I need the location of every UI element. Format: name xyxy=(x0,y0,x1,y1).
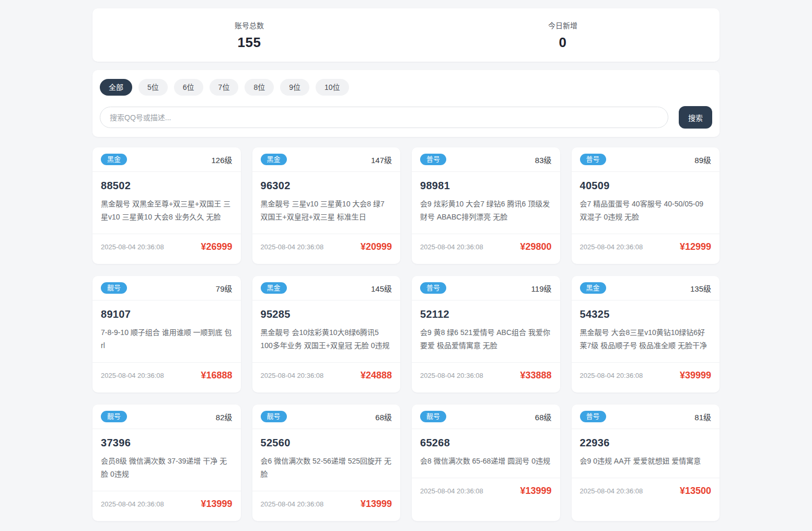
qq-number: 52560 xyxy=(261,437,392,449)
search-row: 搜索 xyxy=(100,106,712,129)
page-container: 账号总数 155 今日新增 0 全部5位6位7位8位9位10位 搜索 黑金 12… xyxy=(92,0,720,531)
account-card[interactable]: 靓号 68级 65268 会8 微信满次数 65-68递增 圆润号 0违规 20… xyxy=(412,405,560,521)
account-description: 会6 微信满次数 52-56递增 525回旋开 无脸 xyxy=(261,455,392,481)
listing-timestamp: 2025-08-04 20:36:08 xyxy=(101,372,164,379)
account-level: 81级 xyxy=(694,411,711,422)
card-footer: 2025-08-04 20:36:08 ¥20999 xyxy=(252,234,401,260)
account-card[interactable]: 黑金 126级 88502 黑金靓号 双黑金至尊+双三星+双国王 三星v10 三… xyxy=(92,147,241,264)
account-level: 89级 xyxy=(694,154,711,165)
listing-timestamp: 2025-08-04 20:36:08 xyxy=(261,372,324,379)
filter-panel: 全部5位6位7位8位9位10位 搜索 xyxy=(92,70,720,137)
stat-today-value: 0 xyxy=(406,34,720,51)
account-card[interactable]: 普号 83级 98981 会9 炫彩黄10 大会7 绿钻6 腾讯6 顶级发财号 … xyxy=(412,147,560,264)
card-header: 靓号 68级 xyxy=(412,405,560,429)
account-description: 黑金靓号 三星v10 三星黄10 大会8 绿7 双国王+双皇冠+双三星 标准生日 xyxy=(261,198,392,224)
card-body: 88502 黑金靓号 双黑金至尊+双三星+双国王 三星v10 三星黄10 大会8… xyxy=(92,172,241,234)
account-description: 黑金靓号 会10炫彩黄10大8绿6腾讯5 100多年业务 双国王+双皇冠 无脸 … xyxy=(261,326,392,352)
qq-number: 22936 xyxy=(580,437,712,449)
qq-number: 37396 xyxy=(101,437,233,449)
account-description: 会9 0违规 AA开 爱爱就想妞 爱情寓意 xyxy=(580,455,712,468)
filter-tab-3[interactable]: 7位 xyxy=(210,79,239,96)
account-price: ¥39999 xyxy=(680,370,711,381)
account-card[interactable]: 黑金 147级 96302 黑金靓号 三星v10 三星黄10 大会8 绿7 双国… xyxy=(252,147,401,264)
stat-today-label: 今日新增 xyxy=(406,20,720,30)
card-footer: 2025-08-04 20:36:08 ¥39999 xyxy=(572,362,720,388)
account-card[interactable]: 普号 81级 22936 会9 0违规 AA开 爱爱就想妞 爱情寓意 2025-… xyxy=(572,405,720,521)
account-description: 7-8-9-10 顺子组合 谁用谁顺 一顺到底 包rl xyxy=(101,326,233,352)
account-type-badge: 靓号 xyxy=(420,411,446,422)
account-type-badge: 黑金 xyxy=(261,154,287,165)
filter-tab-6[interactable]: 10位 xyxy=(316,79,349,96)
account-card[interactable]: 普号 89级 40509 会7 精品蛋蛋号 40客服号 40-50/05-09 … xyxy=(572,147,720,264)
card-footer: 2025-08-04 20:36:08 ¥13500 xyxy=(572,478,720,504)
card-header: 普号 81级 xyxy=(572,405,720,429)
filter-tab-4[interactable]: 8位 xyxy=(245,79,274,96)
account-description: 会7 精品蛋蛋号 40客服号 40-50/05-09 双混子 0违规 无脸 xyxy=(580,198,712,224)
card-footer: 2025-08-04 20:36:08 ¥26999 xyxy=(92,234,241,260)
account-level: 147级 xyxy=(371,154,392,165)
search-button[interactable]: 搜索 xyxy=(679,106,712,129)
stat-today-new: 今日新增 0 xyxy=(406,20,720,51)
card-header: 靓号 68级 xyxy=(252,405,401,429)
qq-number: 95285 xyxy=(261,308,392,320)
filter-tab-2[interactable]: 6位 xyxy=(174,79,203,96)
qq-number: 40509 xyxy=(580,180,712,192)
card-header: 普号 89级 xyxy=(572,147,720,172)
account-card[interactable]: 靓号 82级 37396 会员8级 微信满次数 37-39递增 干净 无脸 0违… xyxy=(92,405,241,521)
filter-tab-0[interactable]: 全部 xyxy=(100,79,132,96)
account-description: 黑金靓号 大会8三星v10黄钻10绿钻6好莱7级 极品顺子号 极品准全顺 无脸干… xyxy=(580,326,712,352)
card-body: 22936 会9 0违规 AA开 爱爱就想妞 爱情寓意 xyxy=(572,429,720,478)
card-body: 89107 7-8-9-10 顺子组合 谁用谁顺 一顺到底 包rl xyxy=(92,301,241,362)
card-header: 靓号 82级 xyxy=(92,405,241,429)
listing-timestamp: 2025-08-04 20:36:08 xyxy=(101,243,164,251)
card-header: 黑金 147级 xyxy=(252,147,401,172)
card-body: 96302 黑金靓号 三星v10 三星黄10 大会8 绿7 双国王+双皇冠+双三… xyxy=(252,172,401,234)
qq-number: 65268 xyxy=(420,437,552,449)
account-card[interactable]: 黑金 135级 54325 黑金靓号 大会8三星v10黄钻10绿钻6好莱7级 极… xyxy=(572,276,720,393)
account-type-badge: 黑金 xyxy=(580,282,606,294)
account-card[interactable]: 靓号 68级 52560 会6 微信满次数 52-56递增 525回旋开 无脸 … xyxy=(252,405,401,521)
card-body: 95285 黑金靓号 会10炫彩黄10大8绿6腾讯5 100多年业务 双国王+双… xyxy=(252,301,401,362)
qq-number: 96302 xyxy=(261,180,392,192)
card-footer: 2025-08-04 20:36:08 ¥29800 xyxy=(412,234,560,260)
filter-tab-1[interactable]: 5位 xyxy=(138,79,168,96)
listing-timestamp: 2025-08-04 20:36:08 xyxy=(101,500,164,508)
account-card[interactable]: 黑金 145级 95285 黑金靓号 会10炫彩黄10大8绿6腾讯5 100多年… xyxy=(252,276,401,393)
listing-timestamp: 2025-08-04 20:36:08 xyxy=(580,243,643,251)
card-header: 靓号 79级 xyxy=(92,276,241,301)
qq-number: 54325 xyxy=(580,308,712,320)
account-card[interactable]: 普号 119级 52112 会9 黄8 绿6 521爱情号 ABC组合 我爱你要… xyxy=(412,276,560,393)
account-price: ¥24888 xyxy=(361,370,392,381)
qq-number: 52112 xyxy=(420,308,552,320)
account-price: ¥13999 xyxy=(201,499,232,510)
account-level: 119级 xyxy=(531,283,552,294)
account-price: ¥13999 xyxy=(520,486,551,497)
account-type-badge: 黑金 xyxy=(101,154,127,165)
card-header: 普号 83级 xyxy=(412,147,560,172)
qq-number: 98981 xyxy=(420,180,552,192)
account-level: 68级 xyxy=(535,411,552,422)
account-card[interactable]: 靓号 79级 89107 7-8-9-10 顺子组合 谁用谁顺 一顺到底 包rl… xyxy=(92,276,241,393)
account-description: 会员8级 微信满次数 37-39递增 干净 无脸 0违规 xyxy=(101,455,233,481)
account-price: ¥29800 xyxy=(520,241,551,252)
account-description: 黑金靓号 双黑金至尊+双三星+双国王 三星v10 三星黄10 大会8 业务久久 … xyxy=(101,198,233,224)
account-type-badge: 黑金 xyxy=(261,282,287,294)
card-body: 52112 会9 黄8 绿6 521爱情号 ABC组合 我爱你要爱 极品爱情寓意… xyxy=(412,301,560,362)
account-type-badge: 普号 xyxy=(580,411,606,422)
card-body: 52560 会6 微信满次数 52-56递增 525回旋开 无脸 xyxy=(252,429,401,491)
account-description: 会8 微信满次数 65-68递增 圆润号 0违规 xyxy=(420,455,552,468)
listing-timestamp: 2025-08-04 20:36:08 xyxy=(580,372,643,379)
listing-timestamp: 2025-08-04 20:36:08 xyxy=(420,243,483,251)
search-input[interactable] xyxy=(100,107,668,128)
listing-timestamp: 2025-08-04 20:36:08 xyxy=(261,500,324,508)
card-footer: 2025-08-04 20:36:08 ¥12999 xyxy=(572,234,720,260)
card-body: 40509 会7 精品蛋蛋号 40客服号 40-50/05-09 双混子 0违规… xyxy=(572,172,720,234)
account-level: 126级 xyxy=(211,154,232,165)
stats-panel: 账号总数 155 今日新增 0 xyxy=(92,8,720,62)
account-level: 79级 xyxy=(216,283,233,294)
filter-tab-5[interactable]: 9位 xyxy=(280,79,309,96)
account-level: 68级 xyxy=(375,411,392,422)
listing-timestamp: 2025-08-04 20:36:08 xyxy=(420,487,483,495)
account-price: ¥20999 xyxy=(361,241,392,252)
card-footer: 2025-08-04 20:36:08 ¥24888 xyxy=(252,362,401,388)
